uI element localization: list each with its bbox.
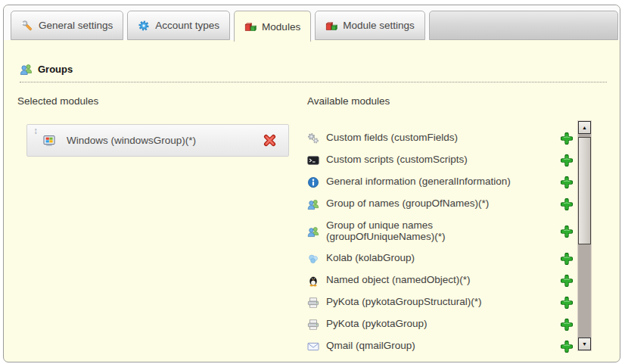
available-module-label: Custom scripts (customScripts): [326, 154, 472, 166]
available-module-row: General information (generalInformation): [307, 171, 577, 193]
available-module-row: Group of unique names (groupOfUniqueName…: [307, 215, 577, 247]
printer-icon: [307, 297, 319, 309]
scroll-down-button[interactable]: ▼: [578, 338, 591, 350]
available-module-label: PyKota (pykotaGroup): [326, 319, 432, 330]
green-plus-icon: [561, 253, 573, 265]
groups-icon: [20, 63, 33, 76]
available-module-row: Custom fields (customFields): [307, 127, 577, 149]
tab-account-types[interactable]: Account types: [127, 11, 230, 40]
groups-section-header: Groups: [20, 63, 607, 82]
kolab-icon: [307, 253, 319, 265]
tab-general-settings[interactable]: General settings: [11, 11, 123, 40]
add-module-button[interactable]: [561, 198, 573, 210]
scroll-down-icon: ▼: [582, 341, 587, 347]
available-module-label: Custom fields (customFields): [326, 132, 462, 144]
available-module-row: Custom scripts (customScripts): [307, 149, 577, 171]
available-module-label: Group of unique names (groupOfUniqueName…: [326, 220, 539, 242]
tab-bar: General settings Account types: [4, 5, 620, 40]
gears-icon: [307, 132, 319, 145]
tab-bar-filler: [429, 11, 618, 40]
info-icon: [307, 176, 319, 188]
green-plus-icon: [561, 297, 573, 309]
green-plus-icon: [561, 132, 573, 145]
add-module-button[interactable]: [561, 132, 573, 145]
available-module-row: Group of names (groupOfNames)(*): [307, 193, 577, 215]
available-module-row: Qmail (qmailGroup): [307, 335, 577, 357]
available-module-label: Qmail (qmailGroup): [326, 341, 420, 352]
add-module-button[interactable]: [561, 226, 573, 238]
drag-handle-icon[interactable]: ↕: [33, 126, 38, 135]
groups-icon: [307, 226, 319, 238]
modules-icon: [325, 20, 337, 32]
remove-module-button[interactable]: [263, 134, 276, 147]
mail-icon: [307, 341, 319, 353]
green-plus-icon: [561, 226, 573, 238]
scroll-up-button[interactable]: ▲: [578, 121, 591, 134]
available-module-label: Group of names (groupOfNames)(*): [326, 198, 493, 210]
available-module-row: PyKota (pykotaGroupStructural)(*): [307, 291, 577, 313]
green-plus-icon: [561, 176, 573, 188]
green-plus-icon: [561, 198, 573, 210]
available-module-row: PyKota (pykotaGroup): [307, 313, 577, 335]
available-module-label: Kolab (kolabGroup): [326, 253, 419, 264]
selected-module-row[interactable]: ↕ Windows (windowsGroup)(*): [27, 125, 288, 156]
green-plus-icon: [561, 275, 573, 287]
terminal-icon: [307, 154, 319, 166]
add-module-button[interactable]: [561, 319, 573, 331]
gear-icon: [138, 20, 150, 32]
tab-label: Modules: [262, 21, 300, 33]
groups-icon: [307, 198, 319, 210]
available-modules-list: Custom fields (customFields) Custom scri…: [307, 127, 577, 357]
scrollbar-track[interactable]: [578, 244, 591, 334]
selected-module-label: Windows (windowsGroup)(*): [67, 135, 196, 146]
green-plus-icon: [561, 319, 573, 331]
wrench-icon: [21, 20, 33, 32]
green-plus-icon: [561, 341, 573, 353]
add-module-button[interactable]: [561, 341, 573, 353]
available-modules-heading: Available modules: [307, 95, 390, 107]
tab-label: Account types: [155, 20, 219, 31]
available-module-row: Named object (namedObject)(*): [307, 269, 577, 291]
add-module-button[interactable]: [561, 154, 573, 166]
available-module-label: General information (generalInformation): [326, 176, 515, 188]
penguin-icon: [307, 275, 319, 287]
tab-modules[interactable]: Modules: [234, 11, 311, 42]
scroll-up-icon: ▲: [582, 125, 587, 130]
scrollbar-thumb[interactable]: [578, 137, 591, 244]
settings-window: General settings Account types: [3, 5, 620, 362]
red-x-icon: [263, 134, 276, 147]
tab-module-settings[interactable]: Module settings: [315, 11, 425, 40]
modules-icon: [244, 20, 257, 33]
available-modules-scrollbar: ▲ ▼: [577, 120, 592, 351]
available-module-label: PyKota (pykotaGroupStructural)(*): [326, 297, 487, 308]
tab-label: General settings: [39, 20, 113, 31]
section-title: Groups: [38, 64, 73, 75]
selected-modules-heading: Selected modules: [17, 95, 98, 107]
add-module-button[interactable]: [561, 275, 573, 287]
windows-icon: [43, 135, 55, 147]
available-module-row: Kolab (kolabGroup): [307, 247, 577, 269]
green-plus-icon: [561, 154, 573, 166]
selected-modules-box: ↕ Windows (windowsGroup)(*): [26, 124, 289, 157]
printer-icon: [307, 319, 319, 331]
add-module-button[interactable]: [561, 253, 573, 265]
available-module-label: Named object (namedObject)(*): [326, 275, 475, 286]
add-module-button[interactable]: [561, 176, 573, 188]
add-module-button[interactable]: [561, 297, 573, 309]
tab-label: Module settings: [343, 20, 415, 31]
